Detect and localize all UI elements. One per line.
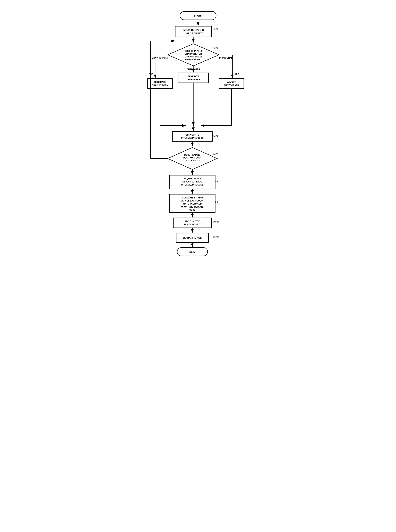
sp2-label: SP2 bbox=[213, 46, 218, 49]
svg-rect-16 bbox=[148, 79, 172, 89]
svg-text:PHOTOGRAPH?: PHOTOGRAPH? bbox=[185, 58, 202, 61]
svg-text:CODE: CODE bbox=[189, 209, 195, 211]
flowchart-svg: START SP1 INTERPRET PDL IN UNIT OF OBJEC… bbox=[145, 8, 251, 274]
sp11-label: SP11 bbox=[213, 236, 219, 238]
sp1-label: SP1 bbox=[213, 27, 218, 30]
svg-text:CONVERT TO: CONVERT TO bbox=[186, 134, 199, 136]
svg-text:GRAPHIC FORM/: GRAPHIC FORM/ bbox=[185, 56, 202, 58]
svg-rect-59 bbox=[173, 218, 211, 228]
svg-rect-35 bbox=[172, 131, 212, 141]
sp10-label: SP10 bbox=[213, 221, 219, 224]
svg-rect-22 bbox=[178, 73, 209, 83]
sp6-label: SP6 bbox=[213, 134, 218, 137]
flowchart: START SP1 INTERPRET PDL IN UNIT OF OBJEC… bbox=[141, 4, 255, 278]
svg-text:ACQUIRE BLACK: ACQUIRE BLACK bbox=[183, 177, 201, 180]
sp5-label: SP5 bbox=[234, 73, 239, 76]
svg-text:UPON INTERMEDIATE: UPON INTERMEDIATE bbox=[181, 206, 204, 208]
svg-rect-28 bbox=[219, 79, 244, 89]
svg-text:DATA OF EACH COLOR: DATA OF EACH COLOR bbox=[181, 200, 204, 202]
svg-text:ADD C, M, Y TO: ADD C, M, Y TO bbox=[185, 220, 200, 222]
svg-text:GENERATE: GENERATE bbox=[154, 81, 166, 83]
svg-text:OBJECT SET FROM: OBJECT SET FROM bbox=[182, 181, 202, 183]
svg-text:GRAPHIC FORM: GRAPHIC FORM bbox=[152, 57, 168, 59]
svg-text:END OF PAGE?: END OF PAGE? bbox=[185, 159, 200, 162]
svg-text:DOSE READING: DOSE READING bbox=[184, 154, 200, 156]
svg-text:GENERATE: GENERATE bbox=[187, 75, 199, 77]
svg-text:OBJECT TYPE IS: OBJECT TYPE IS bbox=[185, 50, 202, 52]
svg-rect-4 bbox=[175, 26, 211, 37]
svg-point-33 bbox=[192, 125, 194, 126]
svg-text:INTERMEDIATE CODE: INTERMEDIATE CODE bbox=[181, 137, 204, 139]
interpret-pdl-line2: UNIT OF OBJECT bbox=[184, 32, 203, 35]
svg-text:BLACK OBJECT: BLACK OBJECT bbox=[184, 223, 200, 226]
svg-text:INTERMEDIATE CODE: INTERMEDIATE CODE bbox=[181, 184, 204, 186]
svg-text:PHOTOGRAPH: PHOTOGRAPH bbox=[224, 84, 239, 86]
svg-text:MATERIAL BASED: MATERIAL BASED bbox=[183, 203, 202, 205]
svg-text:GENERATE BIT MAP: GENERATE BIT MAP bbox=[182, 197, 203, 199]
svg-text:OUTPUT IMAGE: OUTPUT IMAGE bbox=[183, 237, 202, 239]
svg-text:GRAPHIC FORM: GRAPHIC FORM bbox=[152, 84, 168, 86]
svg-text:PHOTOGRAPH: PHOTOGRAPH bbox=[219, 57, 234, 59]
svg-text:CHARACTER: CHARACTER bbox=[187, 78, 200, 80]
interpret-pdl-line1: INTERPRET PDL IN bbox=[183, 29, 204, 31]
svg-text:END: END bbox=[189, 250, 195, 253]
svg-text:ADJUST: ADJUST bbox=[227, 81, 235, 83]
svg-text:POSITION REACH: POSITION REACH bbox=[183, 157, 201, 159]
svg-text:CHARACTER OR: CHARACTER OR bbox=[185, 53, 202, 55]
start-label: START bbox=[193, 14, 203, 17]
sp3-label: SP3 bbox=[149, 73, 153, 76]
sp7-label: SP7 bbox=[213, 153, 218, 155]
